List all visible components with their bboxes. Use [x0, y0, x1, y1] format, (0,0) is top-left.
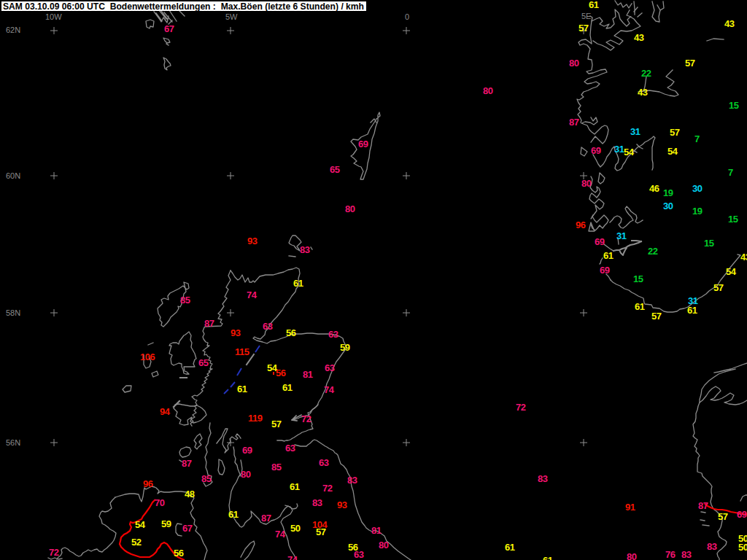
svg-text:72: 72: [322, 483, 333, 494]
svg-text:62N: 62N: [6, 26, 20, 34]
svg-text:57: 57: [316, 526, 326, 537]
svg-text:87: 87: [261, 513, 271, 524]
svg-text:63: 63: [354, 549, 364, 560]
svg-text:74: 74: [324, 384, 335, 395]
svg-text:58N: 58N: [6, 308, 20, 317]
svg-text:61: 61: [228, 509, 239, 520]
svg-text:56: 56: [276, 368, 286, 378]
svg-text:70: 70: [155, 497, 165, 508]
svg-text:69: 69: [591, 145, 601, 156]
svg-text:43: 43: [638, 87, 648, 98]
svg-text:22: 22: [641, 68, 651, 79]
svg-text:106: 106: [140, 351, 155, 362]
svg-text:57: 57: [651, 311, 662, 322]
svg-text:87: 87: [204, 318, 214, 329]
svg-text:59: 59: [340, 342, 350, 353]
svg-text:80: 80: [241, 469, 251, 480]
svg-text:65: 65: [198, 357, 209, 368]
svg-text:0: 0: [405, 12, 409, 21]
svg-text:57: 57: [271, 419, 282, 429]
svg-text:74: 74: [247, 289, 258, 300]
svg-text:59: 59: [161, 518, 171, 529]
svg-text:30: 30: [692, 183, 703, 194]
svg-text:22: 22: [648, 246, 658, 257]
svg-text:96: 96: [143, 478, 153, 489]
svg-text:61: 61: [603, 250, 614, 261]
svg-text:5W: 5W: [225, 12, 238, 21]
svg-text:15: 15: [729, 100, 739, 111]
svg-text:94: 94: [160, 406, 171, 417]
svg-text:69: 69: [595, 236, 605, 247]
svg-text:80: 80: [379, 540, 389, 551]
svg-text:7: 7: [694, 133, 700, 144]
svg-text:10W: 10W: [45, 12, 62, 21]
svg-text:72: 72: [49, 547, 59, 558]
svg-text:61: 61: [505, 542, 515, 553]
svg-text:61: 61: [293, 278, 303, 289]
svg-text:50: 50: [290, 523, 301, 534]
svg-text:61: 61: [687, 305, 697, 316]
svg-text:81: 81: [303, 369, 313, 380]
svg-text:83: 83: [707, 541, 717, 552]
svg-text:60N: 60N: [6, 171, 20, 180]
svg-text:80: 80: [483, 85, 493, 96]
svg-text:54: 54: [667, 146, 678, 157]
svg-text:56: 56: [174, 548, 184, 559]
svg-text:SAM 03.10.09 06:00 UTC Bodenw: SAM 03.10.09 06:00 UTC Bodenwettermeldun…: [3, 1, 364, 12]
svg-text:69: 69: [737, 509, 747, 520]
svg-text:115: 115: [235, 346, 249, 357]
svg-text:69: 69: [358, 139, 368, 149]
svg-text:50: 50: [738, 542, 747, 553]
svg-text:63: 63: [319, 457, 329, 468]
svg-text:93: 93: [247, 236, 258, 246]
svg-text:65: 65: [330, 164, 340, 175]
svg-text:72: 72: [301, 413, 311, 424]
svg-text:63: 63: [325, 362, 335, 373]
svg-text:67: 67: [164, 23, 174, 34]
svg-text:7: 7: [728, 167, 733, 178]
svg-text:15: 15: [728, 214, 738, 225]
svg-text:61: 61: [290, 481, 300, 492]
svg-text:83: 83: [347, 475, 357, 486]
svg-text:61: 61: [237, 384, 247, 394]
svg-text:74: 74: [287, 554, 298, 560]
svg-text:83: 83: [300, 244, 310, 255]
svg-text:61: 61: [543, 555, 553, 560]
svg-text:85: 85: [201, 473, 212, 484]
svg-text:46: 46: [649, 183, 659, 194]
svg-text:80: 80: [581, 178, 592, 189]
svg-text:69: 69: [600, 265, 610, 276]
svg-text:31: 31: [614, 144, 624, 155]
svg-text:83: 83: [312, 497, 322, 508]
svg-text:96: 96: [576, 219, 586, 230]
svg-text:67: 67: [182, 523, 193, 534]
svg-text:57: 57: [578, 23, 589, 34]
svg-text:80: 80: [569, 58, 579, 69]
svg-text:85: 85: [180, 295, 190, 306]
svg-text:63: 63: [263, 321, 273, 332]
svg-text:72: 72: [516, 402, 526, 413]
svg-text:87: 87: [182, 458, 192, 469]
svg-text:63: 63: [285, 443, 295, 454]
svg-text:56: 56: [286, 327, 296, 338]
svg-text:81: 81: [371, 525, 382, 536]
svg-text:30: 30: [663, 201, 673, 211]
svg-text:52: 52: [131, 537, 142, 548]
svg-text:63: 63: [328, 329, 338, 340]
svg-text:57: 57: [718, 511, 728, 522]
svg-text:80: 80: [627, 551, 637, 560]
svg-text:15: 15: [704, 238, 714, 249]
svg-text:87: 87: [569, 117, 579, 128]
svg-text:85: 85: [271, 462, 282, 472]
svg-text:69: 69: [242, 445, 252, 456]
svg-text:54: 54: [135, 519, 146, 530]
svg-text:31: 31: [630, 126, 640, 137]
svg-text:61: 61: [589, 0, 599, 10]
svg-text:57: 57: [713, 282, 724, 293]
svg-text:19: 19: [692, 206, 703, 217]
svg-text:87: 87: [698, 500, 708, 511]
svg-text:54: 54: [624, 147, 635, 158]
svg-text:43: 43: [740, 252, 747, 262]
svg-text:57: 57: [685, 58, 695, 69]
svg-text:119: 119: [248, 413, 263, 424]
